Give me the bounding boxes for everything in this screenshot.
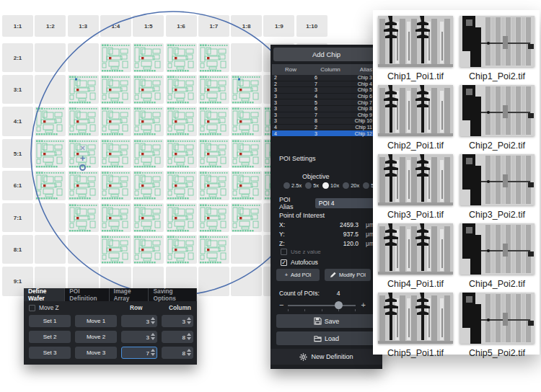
tab-saving-options[interactable]: Saving Options [149, 288, 197, 301]
chevron-up-icon[interactable] [187, 333, 191, 336]
column-spinner[interactable]: 8 [162, 347, 193, 359]
table-row[interactable]: 37Chip 9 [272, 112, 381, 119]
grid-cell[interactable] [68, 43, 99, 73]
gallery-item[interactable]: Chip1_Poi1.tif [378, 16, 453, 82]
gallery-item[interactable]: Chip2_Poi1.tif [378, 85, 453, 151]
grid-cell[interactable] [35, 139, 66, 169]
grid-cell-header[interactable]: 1:9 [263, 15, 294, 37]
grid-cell-header[interactable]: 1:6 [166, 15, 197, 37]
grid-cell[interactable] [231, 75, 262, 104]
grid-cell[interactable] [100, 235, 131, 264]
save-button[interactable]: Save [276, 314, 377, 328]
use-z-checkbox[interactable] [281, 249, 287, 255]
close-icon[interactable]: ✕ [79, 145, 85, 152]
grid-cell[interactable] [231, 203, 262, 233]
grid-cell[interactable] [198, 171, 229, 200]
modify-poi-button[interactable]: Modify POI [325, 269, 371, 281]
chevron-up-icon[interactable] [151, 317, 155, 320]
gallery-item[interactable]: Chip3_Poi2.tif [459, 154, 535, 220]
grid-cell[interactable] [166, 171, 197, 200]
grid-cell[interactable] [166, 43, 197, 73]
grid-cell[interactable] [68, 235, 99, 264]
grid-cell[interactable] [166, 203, 197, 233]
table-row[interactable]: 26Chip 3 [272, 75, 381, 81]
grid-cell[interactable] [198, 75, 229, 104]
grid-cell[interactable] [231, 107, 262, 136]
slider-plus-button[interactable]: + [361, 300, 366, 309]
row-spinner[interactable]: 7 [121, 347, 157, 359]
gallery-item[interactable]: Chip4_Poi2.tif [459, 223, 535, 290]
grid-cell-header[interactable]: 1:8 [231, 15, 262, 37]
table-row[interactable]: 43Chip 12 [272, 130, 381, 137]
objective-radio[interactable]: 5x [305, 182, 319, 189]
grid-cell[interactable] [198, 267, 229, 296]
set-button[interactable]: Set 1 [29, 315, 71, 327]
slider-minus-button[interactable]: − [279, 300, 283, 309]
load-button[interactable]: Load [276, 331, 377, 345]
table-row[interactable]: 38Chip 10 [272, 118, 381, 125]
chevron-down-icon[interactable] [151, 337, 155, 340]
grid-cell[interactable]: 6:1 [2, 171, 33, 200]
slider-thumb[interactable] [335, 301, 343, 309]
grid-cell[interactable]: 5:1 [2, 139, 33, 169]
column-spinner[interactable]: 8 [162, 331, 193, 343]
grid-cell[interactable] [166, 139, 197, 169]
gallery-item[interactable]: Chip4_Poi1.tif [378, 223, 453, 290]
table-row[interactable]: 34Chip 6 [272, 94, 381, 100]
set-button[interactable]: Set 2 [29, 331, 71, 343]
grid-cell[interactable]: 4:1 [2, 107, 33, 136]
grid-cell[interactable] [133, 203, 164, 233]
grid-cell[interactable] [133, 139, 164, 169]
chevron-down-icon[interactable] [187, 321, 191, 324]
row-spinner[interactable]: 3 [121, 331, 157, 343]
slider-track[interactable] [288, 305, 356, 306]
grid-cell[interactable] [35, 75, 66, 104]
move-button[interactable]: Move 2 [75, 331, 117, 343]
grid-cell-header[interactable]: 1:3 [68, 15, 99, 37]
chevron-down-icon[interactable] [151, 321, 155, 324]
move-z-checkbox[interactable] [29, 305, 35, 311]
chevron-up-icon[interactable] [151, 333, 155, 336]
grid-cell[interactable] [198, 203, 229, 233]
grid-cell[interactable]: 3:1 [2, 75, 33, 104]
grid-cell[interactable] [198, 235, 229, 264]
grid-cell-header[interactable]: 1:4 [100, 15, 131, 37]
grid-cell[interactable] [198, 107, 229, 136]
gallery-item[interactable]: Chip5_Poi2.tif [459, 293, 535, 359]
grid-cell[interactable] [35, 107, 66, 136]
set-button[interactable]: Set 3 [29, 347, 71, 359]
objective-radio[interactable]: 10x [322, 182, 339, 189]
add-poi-button[interactable]: + Add POI [276, 269, 320, 281]
new-definition-button[interactable]: New Definition [270, 349, 382, 365]
grid-cell[interactable]: 2:1 [2, 43, 33, 73]
move-button[interactable]: Move 1 [75, 315, 117, 327]
grid-cell-header[interactable]: 1:10 [296, 15, 327, 37]
grid-cell-header[interactable]: 1:5 [133, 15, 164, 37]
grid-cell[interactable] [231, 235, 262, 264]
grid-cell[interactable] [100, 107, 131, 136]
table-row[interactable]: 35Chip 7 [272, 99, 381, 106]
grid-cell[interactable] [100, 75, 131, 104]
chevron-down-icon[interactable] [187, 353, 191, 356]
grid-cell[interactable] [100, 43, 131, 73]
grid-cell[interactable] [133, 107, 164, 136]
grid-cell[interactable] [100, 139, 131, 169]
table-row[interactable]: 36Chip 8 [272, 106, 381, 112]
tab-poi-definition[interactable]: POI Definition [65, 288, 109, 301]
grid-cell[interactable] [166, 75, 197, 104]
table-row[interactable]: 42Chip 11 [272, 125, 381, 131]
grid-cell[interactable] [231, 267, 262, 296]
column-spinner[interactable]: 3 [162, 315, 193, 327]
plus-icon[interactable]: + [80, 154, 86, 162]
grid-cell[interactable] [35, 203, 66, 233]
grid-cell[interactable] [100, 203, 131, 233]
chevron-down-icon[interactable] [151, 353, 155, 356]
chevron-down-icon[interactable] [187, 337, 191, 340]
grid-cell-header[interactable]: 1:1 [2, 15, 33, 37]
tab-define-wafer[interactable]: Define Wafer [24, 288, 65, 301]
row-spinner[interactable]: 3 [121, 315, 157, 327]
grid-cell[interactable] [231, 171, 262, 200]
grid-cell[interactable] [68, 203, 99, 233]
grid-cell[interactable] [68, 171, 99, 200]
grid-cell[interactable] [100, 171, 131, 200]
